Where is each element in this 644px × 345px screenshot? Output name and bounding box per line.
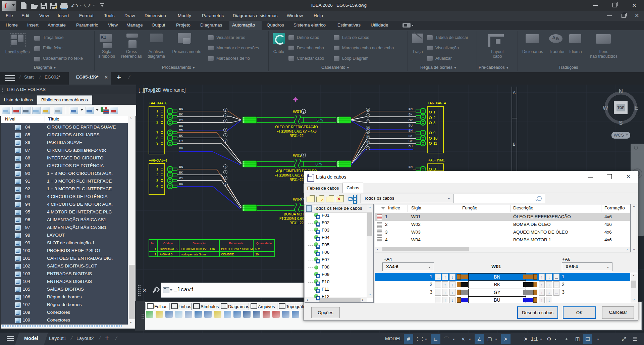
svg-text:W03: W03: [293, 153, 302, 158]
svg-text:2: 2: [367, 127, 369, 130]
svg-text:2: 2: [367, 114, 369, 117]
svg-text:2: 2: [225, 114, 226, 117]
svg-text:W01: W01: [293, 109, 302, 114]
svg-text:2: 2: [367, 120, 369, 123]
svg-text:+A6−XA6−4: +A6−XA6−4: [428, 101, 446, 105]
svg-text:1: 1: [156, 109, 158, 113]
svg-text:TOP: TOP: [618, 106, 625, 110]
svg-text:BK: BK: [179, 113, 183, 116]
svg-text:GY: GY: [409, 118, 413, 122]
svg-text:BU: BU: [409, 124, 413, 127]
svg-text:W: W: [603, 105, 608, 111]
svg-text:BK: BK: [409, 113, 413, 116]
svg-text:Nr.: Nr.: [151, 242, 155, 245]
svg-text:Código: Código: [163, 242, 173, 245]
svg-text:1: 1: [155, 247, 156, 251]
svg-text:3: 3: [156, 120, 158, 125]
svg-text:B: B: [513, 142, 516, 147]
svg-text:2: 2: [225, 139, 226, 142]
svg-text:N: N: [619, 88, 623, 95]
svg-text:20: 20: [255, 253, 259, 256]
svg-text:RF31−22: RF31−22: [289, 221, 304, 225]
svg-text:1: 1: [156, 167, 158, 171]
svg-text:nudo per vite 3mm: nudo per vite 3mm: [181, 253, 206, 256]
svg-text:2: 2: [367, 108, 369, 111]
svg-text:2: 2: [367, 136, 369, 139]
svg-text:RF31−22: RF31−22: [289, 134, 304, 138]
svg-text:2: 2: [156, 173, 158, 177]
svg-text:E: E: [634, 105, 638, 111]
svg-text:9: 9: [433, 131, 435, 135]
svg-text:GY: GY: [179, 177, 183, 180]
svg-text:WCS: WCS: [614, 133, 624, 138]
svg-text:1: 1: [303, 110, 304, 113]
svg-text:ÓLEO DE REFRIGERAÇÃO: ÓLEO DE REFRIGERAÇÃO: [275, 125, 318, 129]
svg-text:2: 2: [367, 147, 369, 150]
svg-text:2: 2: [155, 253, 156, 256]
svg-text:10: 10: [433, 136, 437, 140]
svg-text:3: 3: [156, 179, 158, 183]
svg-text:GY: GY: [179, 139, 183, 143]
svg-text:A 06−M 3: A 06−M 3: [160, 253, 172, 256]
svg-text:2: 2: [225, 119, 226, 122]
svg-text:7: 7: [156, 131, 158, 135]
svg-text:BK: BK: [409, 134, 413, 138]
svg-text:BN: BN: [179, 129, 183, 132]
svg-text:W04: W04: [293, 197, 302, 202]
svg-text:11: 11: [433, 141, 437, 145]
svg-text:CVPIR673−5: CVPIR673−5: [160, 247, 177, 251]
svg-text:BU: BU: [409, 145, 413, 148]
svg-text:Quantidade: Quantidade: [256, 242, 272, 245]
svg-text:RF31−22: RF31−22: [289, 178, 304, 182]
svg-text:BK: BK: [179, 171, 183, 174]
svg-text:BK: BK: [179, 134, 183, 137]
svg-text:GY: GY: [179, 118, 183, 122]
svg-text:+A6−XA6−4: +A6−XA6−4: [149, 159, 167, 162]
svg-text:BU: BU: [179, 182, 183, 186]
svg-text:2: 2: [225, 108, 226, 111]
svg-text:2: 2: [225, 165, 226, 168]
svg-text:BU: BU: [179, 124, 183, 128]
svg-text:A: A: [513, 90, 516, 95]
svg-text:S: S: [619, 120, 623, 126]
svg-text:3: 3: [433, 121, 435, 125]
svg-text:2: 2: [225, 171, 226, 174]
svg-text:1: 1: [303, 154, 304, 157]
svg-text:9: 9: [156, 141, 158, 145]
svg-text:+A4−XA4−6: +A4−XA4−6: [149, 101, 167, 105]
svg-text:+A6−19M1: +A6−19M1: [428, 158, 445, 162]
svg-text:2: 2: [225, 182, 226, 185]
svg-text:2: 2: [367, 141, 369, 144]
svg-text:BU: BU: [179, 146, 183, 150]
svg-text:8: 8: [156, 136, 158, 140]
svg-text:Descrição: Descrição: [193, 242, 206, 245]
svg-text:0 m: 0 m: [316, 162, 322, 166]
svg-text:4: 4: [156, 184, 158, 188]
svg-text:FTG100M1 0.6/1 kV − 4X6: FTG100M1 0.6/1 kV − 4X6: [276, 130, 317, 133]
svg-text:BN: BN: [179, 165, 183, 168]
svg-text:2: 2: [367, 130, 369, 133]
svg-text:PIRELLI CAVI e SISTEMI: PIRELLI CAVI e SISTEMI: [221, 247, 254, 251]
svg-text:2: 2: [225, 134, 226, 137]
svg-text:BN: BN: [179, 107, 183, 110]
svg-text:BN: BN: [409, 107, 413, 110]
svg-text:CEMBRE: CEMBRE: [221, 253, 234, 256]
svg-text:2: 2: [433, 116, 435, 120]
svg-text:2: 2: [156, 115, 158, 119]
svg-text:GY: GY: [409, 139, 413, 143]
svg-text:[−][Top][2D Wireframe]: [−][Top][2D Wireframe]: [139, 87, 185, 93]
svg-text:2: 2: [225, 177, 226, 180]
svg-text:FTG100M1 0.6/1 kV − 4X6: FTG100M1 0.6/1 kV − 4X6: [181, 247, 215, 251]
svg-text:Fabricante: Fabricante: [229, 242, 244, 245]
svg-text:BN: BN: [409, 165, 413, 168]
svg-text:5 m: 5 m: [255, 247, 260, 251]
svg-text:5 m: 5 m: [317, 118, 323, 122]
svg-text:1: 1: [433, 110, 435, 114]
svg-text:2: 2: [225, 129, 226, 132]
